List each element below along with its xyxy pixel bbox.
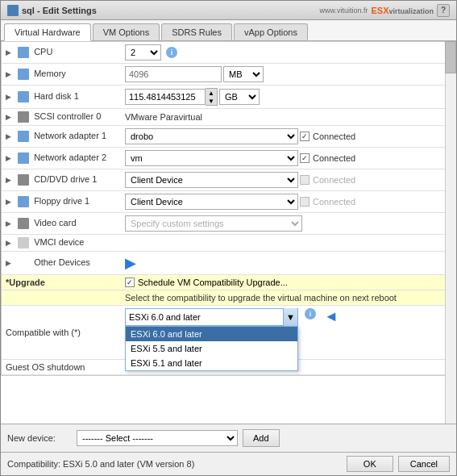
table-row: ▶ Video card Specify custom settings — [2, 213, 455, 235]
network1-expand[interactable]: ▶ — [6, 132, 14, 140]
other-devices-label: ▶ Other Devices — [2, 252, 121, 275]
cancel-button[interactable]: Cancel — [398, 456, 450, 472]
hard-disk-value-cell: ▲ ▼ GB — [121, 86, 455, 109]
hard-disk-unit-select[interactable]: GB — [219, 89, 260, 105]
title-bar-right: www.vituition.fr ESXvirtualization ? — [319, 4, 450, 17]
hard-disk-label: ▶ Hard disk 1 — [2, 86, 121, 109]
floppy-connected-checkbox[interactable] — [300, 197, 310, 207]
vmci-value-cell — [121, 235, 455, 252]
tab-bar: Virtual Hardware VM Options SDRS Rules v… — [1, 20, 456, 41]
compat-option-esxi51[interactable]: ESXi 5.1 and later — [126, 356, 297, 370]
cpu-select[interactable]: 2 — [125, 44, 161, 61]
hard-disk-spin-up[interactable]: ▲ — [206, 89, 217, 97]
other-devices-label-text: Other Devices — [34, 257, 90, 267]
floppy-label-text: Floppy drive 1 — [34, 196, 89, 206]
network1-select[interactable]: drobo — [125, 128, 298, 144]
video-label: ▶ Video card — [2, 213, 121, 235]
video-select[interactable]: Specify custom settings — [125, 215, 302, 232]
compat-option-esxi55[interactable]: ESXi 5.5 and later — [126, 341, 297, 356]
floppy-value-cell: Client Device Connected — [121, 191, 455, 213]
new-device-select[interactable]: ------- Select ------- — [77, 430, 238, 446]
other-icon — [18, 257, 29, 269]
compat-label-cell: Compatible with (*) — [2, 306, 121, 360]
tab-sdrs-rules[interactable]: SDRS Rules — [161, 23, 232, 40]
scsi-label-text: SCSI controller 0 — [34, 111, 101, 121]
cpu-info-icon[interactable]: i — [166, 47, 177, 58]
cpu-label-text: CPU — [34, 47, 52, 56]
table-row: ▶ Network adapter 2 vm C — [2, 148, 455, 169]
memory-label: ▶ Memory — [2, 64, 121, 86]
table-row: ▶ SCSI controller 0 VMware Paravirtual — [2, 109, 455, 126]
tab-vapp-options[interactable]: vApp Options — [234, 23, 308, 40]
cpu-expand[interactable]: ▶ — [6, 48, 14, 56]
cpu-label: ▶ CPU — [2, 42, 121, 64]
compat-dropdown[interactable]: ESXi 6.0 and later ▼ — [125, 308, 298, 326]
hard-disk-input-group: ▲ ▼ GB — [125, 88, 451, 106]
floppy-select[interactable]: Client Device — [125, 194, 298, 210]
scsi-value-text: VMware Paravirtual — [125, 112, 202, 122]
floppy-expand[interactable]: ▶ — [6, 198, 14, 206]
cd-expand[interactable]: ▶ — [6, 176, 14, 184]
network1-input-group: drobo Connected — [125, 128, 451, 144]
network1-label-text: Network adapter 1 — [34, 131, 106, 140]
network1-connected-checkbox[interactable] — [300, 132, 310, 141]
floppy-connected-label: Connected — [313, 197, 355, 207]
logo-es: ES — [371, 6, 383, 15]
cd-label-text: CD/DVD drive 1 — [34, 174, 97, 184]
table-row: ▶ Floppy drive 1 Client Device — [2, 191, 455, 213]
tab-vm-options[interactable]: VM Options — [93, 23, 160, 40]
hard-disk-expand[interactable]: ▶ — [6, 93, 14, 101]
table-row: ▶ Other Devices ▶ — [2, 252, 455, 275]
network2-select[interactable]: vm — [125, 150, 298, 166]
help-button[interactable]: ? — [437, 4, 450, 17]
scrollbar-thumb[interactable] — [445, 41, 456, 73]
hard-disk-input[interactable] — [125, 89, 206, 105]
esx-logo: ESXvirtualization — [371, 4, 434, 16]
table-row: ▶ Memory MB — [2, 64, 455, 86]
guest-shutdown-label: Guest OS shutdown — [2, 360, 121, 375]
network2-expand[interactable]: ▶ — [6, 154, 14, 162]
upgrade-desc-empty — [2, 290, 121, 306]
tab-virtual-hardware[interactable]: Virtual Hardware — [4, 23, 91, 41]
memory-input-group: MB — [125, 66, 451, 82]
memory-expand[interactable]: ▶ — [6, 70, 14, 78]
compat-dropdown-arrow[interactable]: ▼ — [283, 308, 297, 326]
hard-disk-spin-down[interactable]: ▼ — [206, 97, 217, 105]
compat-row: Compatible with (*) ESXi 6.0 and later ▼ — [2, 306, 455, 360]
network1-value-cell: drobo Connected — [121, 126, 455, 148]
add-button[interactable]: Add — [243, 429, 280, 447]
compat-info-icon[interactable]: i — [305, 308, 316, 319]
network2-connected-checkbox[interactable] — [300, 153, 310, 163]
other-expand[interactable]: ▶ — [6, 259, 14, 267]
scrollbar-track — [445, 41, 456, 424]
cd-connected-label: Connected — [313, 175, 355, 185]
panel-wrapper: ▶ CPU 2 i — [1, 41, 456, 424]
cd-connected-checkbox[interactable] — [300, 175, 310, 185]
network2-icon — [18, 152, 29, 164]
memory-value-cell: MB — [121, 64, 455, 86]
compat-dropdown-menu: ESXi 6.0 and later ESXi 5.5 and later ES… — [125, 326, 298, 371]
hard-disk-label-text: Hard disk 1 — [34, 91, 79, 101]
compat-blue-arrow: ◄ — [324, 308, 339, 325]
upgrade-checkbox[interactable] — [125, 278, 135, 287]
cd-label: ▶ CD/DVD drive 1 — [2, 169, 121, 191]
cd-input-group: Client Device Connected — [125, 172, 451, 188]
cd-select[interactable]: Client Device — [125, 172, 298, 188]
memory-input[interactable] — [125, 66, 222, 82]
network2-input-group: vm Connected — [125, 150, 451, 166]
compat-option-esxi6[interactable]: ESXi 6.0 and later — [126, 327, 297, 341]
title-bar-left: sql - Edit Settings — [7, 5, 97, 16]
content-area: ▶ CPU 2 i — [1, 41, 456, 452]
vmci-expand[interactable]: ▶ — [6, 239, 14, 247]
hard-disk-spin: ▲ ▼ — [125, 88, 218, 106]
ok-button[interactable]: OK — [347, 456, 393, 472]
scsi-expand[interactable]: ▶ — [6, 113, 14, 121]
video-expand[interactable]: ▶ — [6, 219, 14, 228]
scsi-label: ▶ SCSI controller 0 — [2, 109, 121, 126]
network2-connected-label: Connected — [313, 153, 355, 163]
memory-unit-select[interactable]: MB — [223, 66, 264, 82]
upgrade-value-cell: Schedule VM Compatibility Upgrade... — [121, 275, 455, 290]
title-bar: sql - Edit Settings www.vituition.fr ESX… — [1, 1, 456, 20]
scsi-value-cell: VMware Paravirtual — [121, 109, 455, 126]
logo-virt: virtualization — [388, 7, 434, 15]
